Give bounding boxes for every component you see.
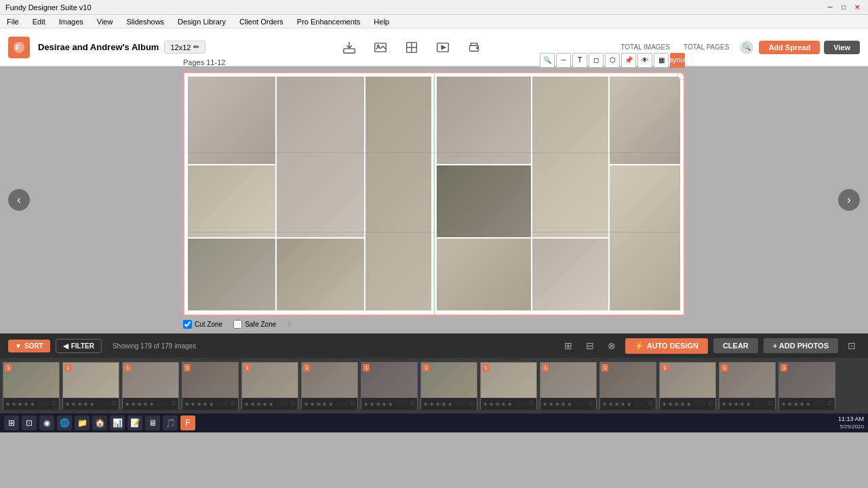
photo-cell-2[interactable] [277,77,364,238]
photo-cell-8[interactable] [532,77,608,238]
windows-button[interactable]: ⊞ [4,415,19,430]
next-spread-button[interactable]: › [838,189,860,211]
photo-cell-13[interactable] [532,239,608,310]
thumbnail-6[interactable]: ★★★★★ ♡ 1 [301,362,358,409]
thumbnail-13[interactable]: ★★★★★ ♡ 1 [719,362,776,409]
layouts-tool[interactable]: Layouts [670,53,685,68]
photo-cell-3[interactable] [366,77,431,311]
cut-zone-label[interactable]: Cut Zone [183,320,222,329]
taskbar-icon-8[interactable]: 🎵 [163,415,178,430]
star-1[interactable]: ★ [5,401,10,407]
thumbnail-3[interactable]: ★★★★★ ♡ 1 [122,362,179,409]
hex-tool[interactable]: ⬡ [605,53,620,68]
shape-tool[interactable]: ◻ [589,53,604,68]
heart-5[interactable]: ♡ [290,401,296,407]
add-spread-button[interactable]: Add Spread [759,41,820,54]
text-tool[interactable]: T [572,53,587,68]
safe-zone-label[interactable]: Safe Zone [233,320,276,329]
taskbar-icon-fundy[interactable]: F [180,415,195,430]
thumbnail-2[interactable]: ★★★★★ ♡ 1 [62,362,119,409]
eye-tool[interactable]: 👁 [637,53,652,68]
photo-cell-5[interactable] [188,239,275,310]
heart-8[interactable]: ♡ [469,401,475,407]
menu-design-library[interactable]: Design Library [175,16,229,27]
safe-zone-checkbox[interactable] [233,320,242,329]
heart-9[interactable]: ♡ [529,401,534,407]
pin-tool[interactable]: 📌 [621,53,636,68]
taskbar-icon-2[interactable]: 🌐 [57,415,72,430]
taskbar-icon-6[interactable]: 📝 [127,415,142,430]
add-photos-button[interactable]: + ADD PHOTOS [764,338,838,353]
heart-icon[interactable]: ♡ [52,401,57,407]
thumbnail-9[interactable]: ★★★★★ ♡ 1 [480,362,537,409]
menu-view[interactable]: View [94,16,116,27]
cut-zone-checkbox[interactable] [183,320,192,329]
taskbar-icon-1[interactable]: ◉ [39,415,54,430]
heart-14[interactable]: ♡ [827,401,833,407]
auto-design-button[interactable]: ⚡ AUTO DESIGN [625,338,708,354]
heart-2[interactable]: ♡ [111,401,117,407]
thumbnail-14[interactable]: ★★★★★ ♡ 1 [778,362,835,409]
heart-7[interactable]: ♡ [410,401,415,407]
taskbar-icon-3[interactable]: 📁 [75,415,90,430]
photo-cell-10[interactable] [437,165,531,237]
menu-pro-enhancements[interactable]: Pro Enhancements [294,16,363,27]
taskbar-icon-5[interactable]: 📊 [110,415,125,430]
menu-file[interactable]: File [4,16,22,27]
export-icon-button[interactable]: ⊡ [844,338,860,354]
heart-12[interactable]: ♡ [708,401,713,407]
thumbnail-1[interactable]: ★ ★ ★ ★ ★ ♡ 1 [3,362,60,409]
photo-cell-12[interactable] [437,239,531,310]
prev-spread-button[interactable]: ‹ [8,189,30,211]
heart-4[interactable]: ♡ [231,401,236,407]
photo-cell-1[interactable] [188,77,275,165]
import-button[interactable] [342,40,357,55]
heart-13[interactable]: ♡ [768,401,773,407]
star-2[interactable]: ★ [12,401,16,407]
star-4[interactable]: ★ [24,401,28,407]
thumbnail-12[interactable]: ★★★★★ ♡ 1 [659,362,716,409]
thumbnail-7[interactable]: ★★★★★ ♡ 1 [361,362,418,409]
thumbnail-8[interactable]: ★★★★★ ♡ 1 [420,362,477,409]
heart-11[interactable]: ♡ [648,401,654,407]
search-icon[interactable]: 🔍 [740,41,753,54]
sort-button[interactable]: ▼ SORT [8,340,50,352]
heart-6[interactable]: ♡ [350,401,355,407]
view-button[interactable]: View [824,41,860,54]
search-taskbar-button[interactable]: ⊡ [22,415,37,430]
taskbar-icon-7[interactable]: 🖥 [145,415,160,430]
thumbnail-10[interactable]: ★★★★★ ♡ 1 [540,362,597,409]
photo-cell-4[interactable] [188,165,275,237]
zoom-tool[interactable]: 🔍 [540,53,555,68]
minimize-button[interactable]: ─ [825,2,835,13]
photo-cell-7[interactable] [437,77,531,165]
photo-cell-11[interactable] [610,165,680,310]
thumbnail-11[interactable]: ★★★★★ ♡ 1 [599,362,656,409]
filter-icon-button[interactable]: ⊗ [604,338,620,354]
close-button[interactable]: ✕ [852,2,863,13]
menu-help[interactable]: Help [371,16,392,27]
slideshow-button[interactable] [435,40,450,55]
menu-images[interactable]: Images [56,16,86,27]
maximize-button[interactable]: □ [838,2,849,13]
print-button[interactable] [467,40,481,55]
menu-client-orders[interactable]: Client Orders [237,16,286,27]
grid-small-button[interactable]: ⊞ [560,338,576,354]
filter-button[interactable]: ◀ FILTER [56,339,102,353]
menu-edit[interactable]: Edit [30,16,48,27]
thumbnail-4[interactable]: ★★★★★ ♡ 1 [182,362,239,409]
clear-button[interactable]: CLEAR [713,338,758,353]
help-icon[interactable]: ? [287,321,291,328]
minus-tool[interactable]: ─ [556,53,571,68]
album-button[interactable] [404,40,419,55]
heart-3[interactable]: ♡ [171,401,176,407]
star-3[interactable]: ★ [18,401,22,407]
thumbnail-5[interactable]: ★★★★★ ♡ 1 [241,362,298,409]
star-5[interactable]: ★ [30,401,35,407]
taskbar-icon-4[interactable]: 🏠 [92,415,107,430]
photo-cell-9[interactable] [610,77,680,165]
menu-slideshows[interactable]: Slideshows [123,16,167,27]
size-badge[interactable]: 12x12 ✏ [164,41,205,54]
photo-cell-6[interactable] [277,239,364,310]
grid-large-button[interactable]: ⊟ [582,338,598,354]
